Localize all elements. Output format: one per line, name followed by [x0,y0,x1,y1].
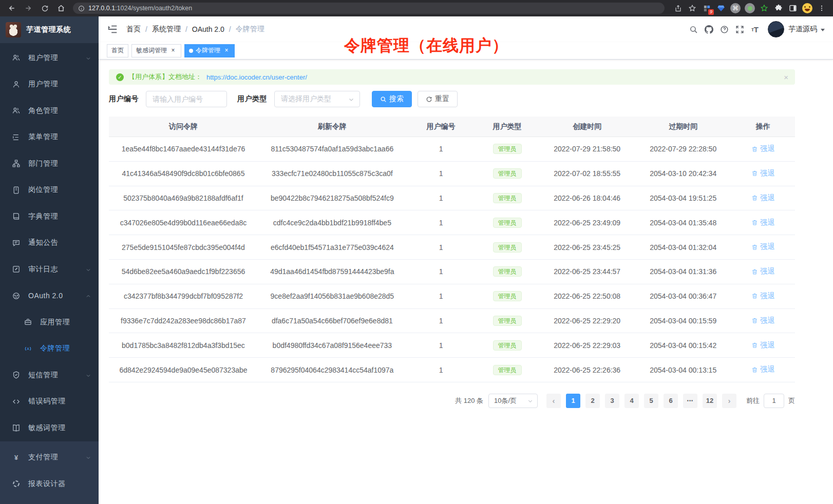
force-logout-button[interactable]: 强退 [751,169,774,178]
sidebar-panel-icon[interactable] [787,2,799,14]
sidebar-item-oauth2-token[interactable]: A令牌管理 [0,336,99,362]
refresh-token-cell: cdfc4ce9c2da4bb1bdf21b9918ff4be5 [258,219,407,227]
sidebar-item-report[interactable]: 报表设计器 [0,471,99,497]
sidebar-item-menu[interactable]: 菜单管理 [0,124,99,151]
alert-close-icon[interactable]: × [784,73,788,82]
trash-icon [751,170,758,177]
user-id-cell: 1 [407,267,476,276]
extension-gem-icon[interactable] [715,2,727,14]
force-logout-button[interactable]: 强退 [751,292,774,301]
sidebar-item-sms[interactable]: 短信管理 [0,362,99,389]
extension-star-icon[interactable] [758,2,770,14]
search-icon[interactable] [686,22,701,37]
expire-time-cell: 2054-03-04 00:15:42 [635,341,731,350]
bookmark-star-icon[interactable] [686,2,698,14]
breadcrumb-item[interactable]: OAuth 2.0 [192,25,224,33]
more-pages-button[interactable]: ••• [683,394,697,408]
sidebar-item-pay[interactable]: ¥支付管理 [0,444,99,471]
help-icon[interactable] [716,22,732,37]
breadcrumb-item[interactable]: 首页 [126,25,141,34]
extension-puzzle-icon[interactable] [772,2,785,14]
breadcrumb-separator: / [229,25,231,33]
tab-首页[interactable]: 首页 [107,44,128,57]
force-logout-button[interactable]: 强退 [751,193,774,203]
reset-button[interactable]: 重置 [418,91,458,107]
user-type-cell: 管理员 [475,144,539,154]
force-logout-button[interactable]: 强退 [751,242,774,251]
sidebar-item-error-code[interactable]: 错误码管理 [0,389,99,415]
profile-avatar-emoji[interactable] [801,2,813,14]
app-logo[interactable]: 芋道管理系统 [0,16,99,43]
page-button-5[interactable]: 5 [644,394,658,408]
alert-doc-link[interactable]: https://doc.iocoder.cn/user-center/ [206,73,307,81]
sidebar-item-post[interactable]: 岗位管理 [0,177,99,204]
force-logout-button[interactable]: 强退 [751,267,774,276]
trash-icon [751,244,758,250]
fullscreen-icon[interactable] [732,22,747,37]
force-logout-button[interactable]: 强退 [751,365,774,374]
tab-close-icon[interactable]: × [169,47,177,54]
page-button-4[interactable]: 4 [624,394,639,408]
chevron-down-icon [527,398,533,403]
browser-forward-icon[interactable] [22,2,35,15]
user-type-cell: 管理员 [475,266,539,277]
force-logout-button[interactable]: 强退 [751,218,774,227]
tab-close-icon[interactable]: × [223,47,230,54]
sidebar-item-user[interactable]: 用户管理 [0,71,99,98]
breadcrumb-item[interactable]: 系统管理 [152,25,181,34]
sidebar-item-tenant[interactable]: 租户管理 [0,45,99,71]
access-token-cell: b0d1785bc3a8482f812db4a3f3bd15ec [109,341,258,350]
tags-view-bar: 首页敏感词管理×令牌管理× [99,42,833,60]
sidebar-item-dept[interactable]: 部门管理 [0,150,99,177]
sidebar-item-notice[interactable]: 通知公告 [0,230,99,257]
column-header: 过期时间 [635,122,731,131]
extension-command-icon[interactable]: ⌘ [729,2,742,14]
browser-back-icon[interactable] [5,2,18,15]
user-id-input[interactable] [146,91,227,107]
sidebar-menu-bottom: ¥支付管理报表设计器 [0,441,99,504]
extension-grid-icon[interactable]: 9 [701,2,713,14]
caret-down-icon[interactable] [821,29,825,33]
browser-home-icon[interactable] [54,2,68,15]
sidebar-item-role[interactable]: 角色管理 [0,98,99,124]
browser-reload-icon[interactable] [38,2,51,15]
table-row: f9336e7c7dd242a283ee98dc86b17a87dfa6c71a… [109,309,795,334]
tab-令牌管理[interactable]: 令牌管理× [184,44,235,57]
sidebar-item-label: 部门管理 [28,159,91,168]
user-avatar[interactable] [768,21,784,37]
next-page-button[interactable]: › [722,394,736,408]
github-icon[interactable] [701,22,716,37]
font-size-icon[interactable]: тT [747,22,763,37]
site-info-icon[interactable] [78,5,85,12]
share-icon[interactable] [672,2,684,14]
user-type-select[interactable]: 请选择用户类型 [274,91,360,107]
address-bar[interactable]: 127.0.0.1:1024/system/oauth2/token [73,3,665,14]
browser-menu-kebab-icon[interactable] [816,2,828,14]
extension-record-icon[interactable] [744,2,756,14]
user-type-badge: 管理员 [493,266,522,277]
sidebar-item-dict[interactable]: 字典管理 [0,203,99,230]
page-button-6[interactable]: 6 [664,394,678,408]
page-button-1[interactable]: 1 [566,394,580,408]
page-button-3[interactable]: 3 [605,394,619,408]
prev-page-button[interactable]: ‹ [546,394,561,408]
force-logout-button[interactable]: 强退 [751,341,774,350]
token-signal-icon: A [24,344,32,353]
sidebar-item-sensitive[interactable]: 敏感词管理 [0,415,99,441]
page-button-2[interactable]: 2 [585,394,600,408]
user-type-badge: 管理员 [493,365,522,375]
sidebar-item-oauth2-app[interactable]: 应用管理 [0,309,99,336]
page-button-12[interactable]: 12 [703,394,717,408]
force-logout-button[interactable]: 强退 [751,316,774,325]
search-button[interactable]: 搜索 [372,91,412,107]
sidebar-collapse-icon[interactable] [107,24,118,35]
tab-敏感词管理[interactable]: 敏感词管理× [131,44,181,57]
sidebar-item-oauth2[interactable]: OAuth 2.0 [0,283,99,309]
page-size-select[interactable]: 10条/页 [488,394,538,408]
refresh-token-cell: 333ecfc71e02480cb11055c875c3ca0f [258,169,407,178]
sidebar-item-audit-log[interactable]: 审计日志 [0,256,99,283]
page-content: ✓ 【用户体系】文档地址： https://doc.iocoder.cn/use… [99,60,833,504]
access-token-cell: 54d6be82ee5a460a9aedc1f9bf223656 [109,267,258,276]
force-logout-button[interactable]: 强退 [751,144,774,153]
goto-page-input[interactable] [764,394,784,408]
